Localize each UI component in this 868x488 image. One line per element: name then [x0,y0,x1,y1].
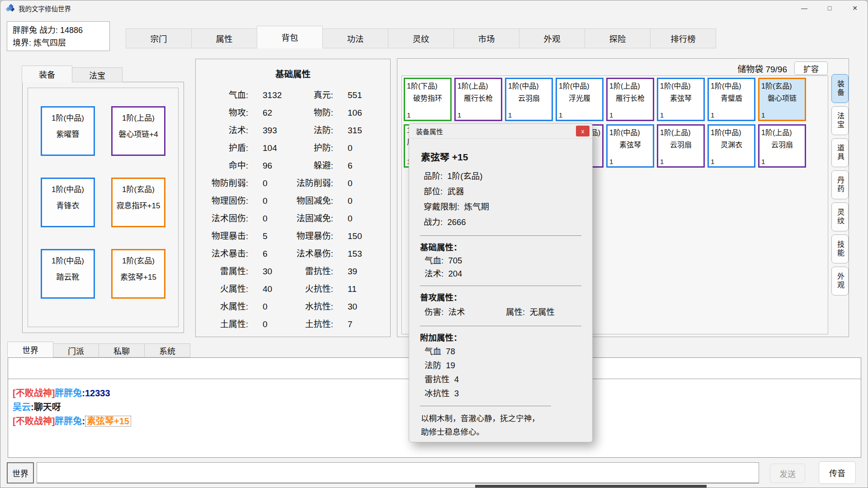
main-tab-label: 宗门 [150,33,167,44]
item-tier: 1阶(中品) [711,80,752,91]
chat-tab-label: 世界 [22,344,38,356]
minimize-button[interactable]: — [792,0,817,16]
main-tab[interactable]: 市场 [453,28,519,48]
stat-label: 气血: [196,90,248,101]
inventory-item[interactable]: 1阶(中品) 青璧盾 1 [708,78,755,121]
player-name[interactable]: 吴云 [13,402,31,412]
stat-value: 0 [248,213,289,224]
equipment-slot[interactable]: 1阶(中品) 踏云靴 [41,249,95,299]
stat-label: 法固减免: [289,213,333,224]
equipment-slot[interactable]: 1阶(上品) 磐心项链+4 [111,106,165,156]
main-tab[interactable]: 探险 [585,28,651,48]
equipment-name: 青锋衣 [42,199,94,211]
main-tab[interactable]: 排行榜 [650,28,716,48]
popup-attack-header: 普攻属性： [420,291,581,304]
chat-tab[interactable]: 世界 [7,342,53,357]
item-count: 1 [761,158,803,165]
stat-value: 30 [333,301,374,312]
category-button[interactable]: 装备 [831,74,849,103]
inventory-item[interactable]: 1阶(上品) 雁行长枪 1 [454,78,502,121]
inventory-item[interactable]: 1阶(中品) 云羽扇 1 [505,78,553,121]
base-stat-value: 204 [448,269,462,278]
stat-value: 40 [248,284,289,295]
extra-stat-value: 4 [454,375,459,384]
player-name[interactable]: 胖胖兔 [55,416,82,426]
chat-tab[interactable]: 系统 [144,343,190,357]
equipment-slot[interactable]: 1阶(玄品) 素弦琴+15 [111,249,165,299]
stat-value: 315 [333,125,374,136]
inventory-item[interactable]: 1阶(中品) 素弦琴 1 [657,78,705,121]
maximize-button[interactable]: □ [817,0,842,16]
inventory-item[interactable]: 1阶(上品) 云羽扇 1 [758,124,806,168]
stat-value: 150 [333,231,374,242]
extra-stat-label: 法防 [425,361,441,370]
main-tab[interactable]: 宗门 [126,28,192,48]
main-tab[interactable]: 属性 [191,28,257,48]
close-button[interactable]: ✕ [842,0,868,16]
category-button-label: 技能 [835,240,845,258]
base-stats-panel: 基础属性 气血: 3132 真元: 551 物攻: 62 物防: 106 法术:… [195,59,391,337]
category-button[interactable]: 法宝 [831,106,849,135]
equipment-tab[interactable]: 装备 [22,66,72,82]
item-tier: 1阶(中品) [609,127,651,137]
power-value: 2666 [447,217,466,227]
equipment-slot[interactable]: 1阶(中品) 紫曜簪 [41,106,95,156]
chat-input[interactable] [37,462,759,483]
category-button[interactable]: 丹药 [831,170,849,199]
chat-channel-button[interactable]: 世界 [7,462,34,483]
stat-label: 真元: [289,90,333,101]
equipment-tab[interactable]: 法宝 [72,67,123,82]
stat-label: 法术固伤: [196,213,248,224]
item-tier: 1阶(中品) [660,80,702,91]
stat-value: 0 [248,196,289,206]
inventory-item[interactable]: 1阶(玄品) 磐心项链 1 [758,78,806,121]
send-button[interactable]: 发送 [770,464,805,483]
equipment-slot-grid: 1阶(中品) 紫曜簪 1阶(上品) 磐心项链+4 1阶(中品) 青锋衣 1阶(玄… [28,88,179,327]
stat-label: 躲避: [289,160,333,171]
item-name: 素弦琴 [609,139,651,150]
title-bar: 我的文字修仙世界 — □ ✕ [0,0,868,16]
chat-tab[interactable]: 门派 [53,343,99,357]
player-name[interactable]: 胖胖兔 [55,388,82,398]
popup-extra-header: 附加属性： [420,332,581,344]
stat-value: 5 [248,231,289,242]
category-button[interactable]: 技能 [831,235,849,263]
equipment-tier: 1阶(中品) [42,112,94,123]
category-button[interactable]: 灵纹 [831,202,849,231]
inventory-item[interactable]: 1阶(中品) 素弦琴 1 [606,124,654,168]
stat-label: 水属性: [196,301,248,312]
stat-label: 法术暴伤: [289,249,333,259]
main-tab-label: 外观 [543,33,560,44]
main-tab[interactable]: 外观 [519,28,585,48]
category-button[interactable]: 外观 [831,267,849,296]
chat-tab[interactable]: 私聊 [99,343,145,357]
extra-stat-label: 气血 [425,347,441,356]
stat-label: 法术: [196,125,248,136]
attack-damage-label: 伤害: [425,307,443,317]
inventory-item[interactable]: 1阶(下品) 破势指环 1 [404,78,452,121]
popup-close-button[interactable]: x [576,126,590,136]
inventory-item[interactable]: 1阶(中品) 浮光履 1 [556,78,604,121]
equipment-name: 踏云靴 [42,271,94,282]
expand-bag-button[interactable]: 扩容 [794,61,828,75]
main-tab[interactable]: 灵纹 [388,28,454,48]
equipment-slot[interactable]: 1阶(中品) 青锋衣 [41,178,95,227]
inventory-item[interactable]: 1阶(上品) 雁行长枪 1 [606,78,654,121]
equipment-slot[interactable]: 1阶(玄品) 寂息指环+15 [111,178,165,227]
inventory-item[interactable]: 1阶(中品) 灵渊衣 1 [708,124,755,168]
item-count: 1 [508,111,550,119]
category-button[interactable]: 道具 [831,138,849,167]
item-tier: 1阶(上品) [609,80,651,91]
chat-item-link[interactable]: 素弦琴+15 [85,416,131,427]
main-tab[interactable]: 功法 [322,28,388,48]
item-count: 1 [609,111,651,119]
item-count: 1 [711,158,752,165]
extra-stat-value: 3 [454,389,459,398]
stat-label: 物固减免: [289,196,333,206]
stat-label: 物理暴伤: [289,231,333,242]
stat-label: 法防削弱: [289,178,333,189]
inventory-item[interactable]: 1阶(上品) 云羽扇 1 [657,124,705,168]
main-tab[interactable]: 背包 [257,26,323,48]
voice-button[interactable]: 传音 [819,461,856,484]
item-name: 破势指环 [407,92,448,103]
